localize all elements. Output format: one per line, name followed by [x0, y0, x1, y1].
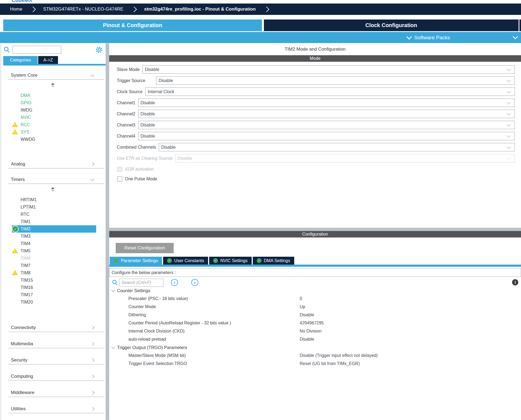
- parameter-value[interactable]: 4294967295: [300, 321, 324, 325]
- parameter-row[interactable]: Trigger Output (TRGO) Parameters: [109, 343, 521, 351]
- configuration-tab[interactable]: ✓ NVIC Settings: [209, 257, 251, 265]
- mode-dropdown[interactable]: Disable: [156, 76, 515, 85]
- configuration-tab[interactable]: ✓ User Constants: [163, 257, 208, 265]
- mode-dropdown[interactable]: Internal Clock: [145, 87, 515, 96]
- chevron-down-icon[interactable]: [513, 34, 518, 39]
- parameter-value[interactable]: Reset (UG bit from TIMx_EGR): [300, 361, 360, 366]
- parameter-row[interactable]: Dithering Disable: [109, 311, 521, 319]
- triangle-up-icon: [51, 187, 54, 189]
- section-divider-line: [8, 413, 105, 413]
- chevron-right-icon: [90, 375, 94, 378]
- peripheral-category-list: System CoreDMAGPIOIWDGNVICRCCSYSWWDGAnal…: [0, 68, 106, 420]
- mode-dropdown[interactable]: Disable: [138, 121, 515, 129]
- info-icon[interactable]: i: [512, 279, 518, 285]
- sidebar-section-header-middleware[interactable]: Middleware: [0, 389, 106, 396]
- sidebar-item-lptim1[interactable]: LPTIM1: [12, 203, 96, 211]
- sidebar-item-tim4[interactable]: TIM4: [12, 240, 96, 247]
- search-previous-button[interactable]: ‹: [171, 279, 178, 286]
- tab-categories[interactable]: Categories: [3, 56, 38, 64]
- view-tabs: Pinout & Configuration Clock Configurati…: [0, 19, 521, 31]
- sidebar-item-tim5[interactable]: TIM5: [12, 247, 96, 255]
- sidebar-item-gpio[interactable]: GPIO: [12, 99, 96, 106]
- sidebar-section-header-utilities[interactable]: Utilities: [0, 405, 106, 413]
- sidebar-section-header-connectivity[interactable]: Connectivity: [0, 324, 106, 331]
- sidebar-section-header-multimedia[interactable]: Multimedia: [0, 340, 106, 348]
- parameter-search-input[interactable]: [119, 279, 163, 287]
- sidebar-item-rtc[interactable]: RTC: [12, 211, 96, 218]
- software-packs-dropdown[interactable]: Software Packs: [407, 32, 450, 43]
- parameter-value[interactable]: No Division: [300, 329, 322, 334]
- sidebar-item-wwdg[interactable]: WWDG: [12, 136, 96, 143]
- parameter-value[interactable]: Disable: [300, 312, 314, 317]
- reset-configuration-button[interactable]: Reset Configuration: [116, 243, 174, 253]
- sidebar-search-combobox[interactable]: [12, 46, 61, 54]
- sidebar-section-system-core: System CoreDMAGPIOIWDGNVICRCCSYSWWDG: [0, 71, 106, 143]
- sidebar-section-header-analog[interactable]: Analog: [0, 160, 106, 168]
- sidebar-item-tim2[interactable]: ✓TIM2: [12, 225, 96, 233]
- chevron-right-icon: [90, 407, 94, 411]
- sidebar-item-rcc[interactable]: RCC: [12, 121, 96, 128]
- sidebar-item-tim7[interactable]: TIM7: [12, 262, 96, 269]
- mode-dropdown[interactable]: Disable: [138, 110, 515, 118]
- sidebar-section-header-timers[interactable]: Timers: [0, 176, 106, 183]
- sidebar-section-header-system-core[interactable]: System Core: [0, 71, 106, 79]
- search-next-button[interactable]: ›: [191, 279, 198, 286]
- sidebar-item-tim8[interactable]: TIM8: [12, 269, 96, 276]
- chevron-down-icon: [507, 67, 511, 71]
- mode-dropdown[interactable]: Disable: [159, 143, 515, 151]
- breadcrumb-home[interactable]: Home: [10, 6, 22, 12]
- sidebar-item-tim20[interactable]: TIM20: [12, 298, 96, 306]
- parameter-row[interactable]: Internal Clock Division (CKD) No Divisio…: [109, 327, 521, 335]
- configuration-tab[interactable]: ✓ DMA Settings: [253, 257, 294, 265]
- sidebar-section-header-computing[interactable]: Computing: [0, 373, 106, 380]
- checkbox[interactable]: [117, 167, 122, 172]
- sidebar-item-tim3[interactable]: TIM3: [12, 233, 96, 240]
- mode-dropdown[interactable]: Disable: [138, 132, 515, 140]
- tab-a-to-z[interactable]: A->Z: [38, 56, 58, 64]
- parameter-list: Counter Settings Prescaler (PSC - 16 bit…: [109, 286, 521, 368]
- gear-icon[interactable]: [95, 46, 103, 54]
- parameter-row[interactable]: Counter Mode Up: [109, 303, 521, 311]
- list-scroll-spinner[interactable]: [0, 184, 106, 194]
- tab-clock-configuration[interactable]: Clock Configuration: [264, 19, 519, 31]
- mode-dropdown-value: Disable: [138, 134, 507, 139]
- parameter-row[interactable]: auto-reload preload Disable: [109, 335, 521, 343]
- breadcrumb-mcu-board[interactable]: STM32G474RETx - NUCLEO-G474RE: [43, 6, 123, 12]
- sidebar-section-header-security[interactable]: Security: [0, 356, 106, 364]
- breadcrumb-project-file[interactable]: stm32g474re_profiling.ioc - Pinout & Con…: [144, 6, 256, 12]
- mode-row-label: Slave Mode: [117, 67, 140, 72]
- parameter-row[interactable]: Master/Slave Mode (MSM bit) Disable (Tri…: [109, 351, 521, 360]
- sidebar-item-tim15[interactable]: TIM15: [12, 276, 96, 284]
- section-divider[interactable]: [109, 228, 521, 231]
- section-divider-line: [8, 332, 105, 332]
- sidebar-item-nvic[interactable]: NVIC: [12, 114, 96, 121]
- parameter-value[interactable]: Disable (Trigger input effect not delaye…: [300, 353, 378, 358]
- mode-dropdown[interactable]: Disable: [143, 65, 515, 74]
- sidebar-item-tim1[interactable]: TIM1: [12, 218, 96, 225]
- sidebar-item-tim16[interactable]: TIM16: [12, 284, 96, 291]
- sidebar-item-sys[interactable]: SYS: [12, 128, 96, 136]
- sidebar-item-hrtim1[interactable]: HRTIM1: [12, 196, 96, 203]
- mode-dropdown[interactable]: Disable: [175, 154, 515, 162]
- parameter-value[interactable]: 0: [300, 296, 302, 301]
- configuration-tab-label: User Constants: [174, 258, 204, 263]
- checkbox[interactable]: [117, 177, 122, 181]
- tab-pinout-configuration[interactable]: Pinout & Configuration: [3, 19, 262, 31]
- parameter-value[interactable]: Disable: [300, 337, 314, 342]
- list-scroll-spinner[interactable]: [0, 80, 106, 90]
- panel-divider[interactable]: [106, 43, 109, 420]
- sidebar-item-tim6[interactable]: TIM6: [12, 255, 96, 262]
- sidebar-item-dma[interactable]: DMA: [12, 92, 96, 99]
- mode-dropdown[interactable]: Disable: [138, 99, 515, 107]
- mode-row: Combined Channels Disable: [109, 142, 521, 153]
- parameter-row[interactable]: Prescaler (PSC - 16 bits value) 0: [109, 295, 521, 303]
- sidebar-section-connectivity: Connectivity: [0, 324, 106, 332]
- sidebar-item-tim17[interactable]: TIM17: [12, 291, 96, 298]
- triangle-down-icon: [51, 86, 54, 87]
- sidebar-item-iwdg[interactable]: IWDG: [12, 106, 96, 114]
- parameter-row[interactable]: Counter Settings: [109, 286, 521, 295]
- parameter-value[interactable]: Up: [300, 304, 305, 309]
- parameter-row[interactable]: Trigger Event Selection TRGO Reset (UG b…: [109, 360, 521, 368]
- parameter-row[interactable]: Counter Period (AutoReload Register - 32…: [109, 319, 521, 327]
- configuration-tab[interactable]: ✓ Parameter Settings: [110, 257, 162, 265]
